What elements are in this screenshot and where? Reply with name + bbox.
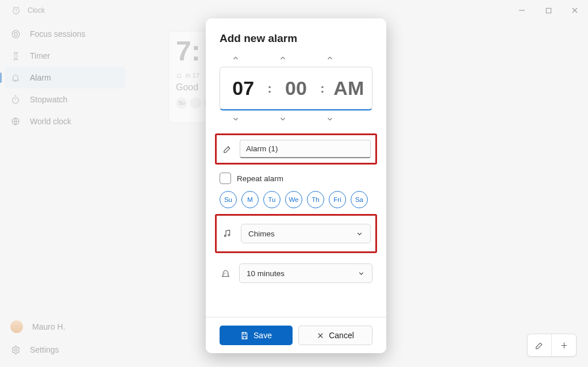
minute-down-button[interactable] — [279, 113, 313, 125]
time-sep: : — [266, 81, 272, 96]
edit-icon — [221, 144, 233, 154]
add-alarm-dialog: Add new alarm 07 : 00 : AM — [206, 18, 386, 353]
hour-down-button[interactable] — [232, 113, 266, 125]
save-button[interactable]: Save — [220, 326, 293, 345]
svg-text:z: z — [224, 272, 225, 274]
day-toggle-m[interactable]: M — [241, 191, 259, 208]
add-alarm-button[interactable] — [552, 334, 576, 356]
sound-value: Chimes — [248, 230, 275, 238]
annotation-highlight-name: Alarm (1) — [215, 133, 377, 165]
day-toggle-tu[interactable]: Tu — [263, 191, 280, 208]
edit-alarms-button[interactable] — [528, 334, 552, 356]
time-picker[interactable]: 07 : 00 : AM — [220, 67, 372, 110]
alarm-name-input[interactable]: Alarm (1) — [240, 140, 371, 158]
dialog-actions: Save Cancel — [206, 317, 386, 345]
repeat-checkbox[interactable] — [220, 173, 231, 184]
day-toggle-we[interactable]: We — [285, 191, 302, 208]
snooze-select[interactable]: 10 minutes — [239, 263, 372, 283]
cancel-label: Cancel — [329, 331, 354, 340]
time-picker-down-row — [220, 110, 372, 128]
day-toggle-th[interactable]: Th — [307, 191, 324, 208]
snooze-icon: z — [220, 269, 231, 278]
time-sep: : — [319, 81, 325, 96]
annotation-highlight-sound: Chimes — [215, 214, 377, 253]
fab-bar — [527, 334, 577, 357]
ampm-up-button[interactable] — [326, 52, 360, 64]
snooze-value: 10 minutes — [247, 269, 285, 278]
day-toggle-sa[interactable]: Sa — [351, 191, 368, 208]
hour-up-button[interactable] — [232, 52, 266, 64]
minute-up-button[interactable] — [279, 52, 313, 64]
sound-select[interactable]: Chimes — [241, 224, 371, 243]
repeat-days: Su M Tu We Th Fri Sa — [220, 191, 372, 208]
day-toggle-su[interactable]: Su — [220, 191, 237, 208]
close-icon — [317, 332, 324, 339]
svg-point-7 — [224, 235, 226, 237]
music-note-icon — [221, 229, 233, 238]
repeat-label: Repeat alarm — [237, 174, 283, 183]
day-toggle-fr[interactable]: Fri — [329, 191, 346, 208]
time-ampm[interactable]: AM — [326, 77, 372, 100]
repeat-section: Repeat alarm Su M Tu We Th Fri Sa — [220, 173, 372, 208]
save-icon — [240, 331, 249, 340]
time-hour[interactable]: 07 — [220, 77, 266, 100]
time-minute[interactable]: 00 — [273, 77, 319, 100]
chevron-down-icon — [356, 230, 363, 238]
alarm-name-value: Alarm (1) — [246, 144, 278, 153]
save-label: Save — [253, 331, 272, 340]
time-picker-up-row — [220, 49, 372, 67]
chevron-down-icon — [358, 270, 365, 277]
svg-point-8 — [228, 234, 230, 236]
dialog-title: Add new alarm — [220, 32, 372, 45]
ampm-down-button[interactable] — [326, 113, 360, 125]
cancel-button[interactable]: Cancel — [298, 326, 372, 345]
